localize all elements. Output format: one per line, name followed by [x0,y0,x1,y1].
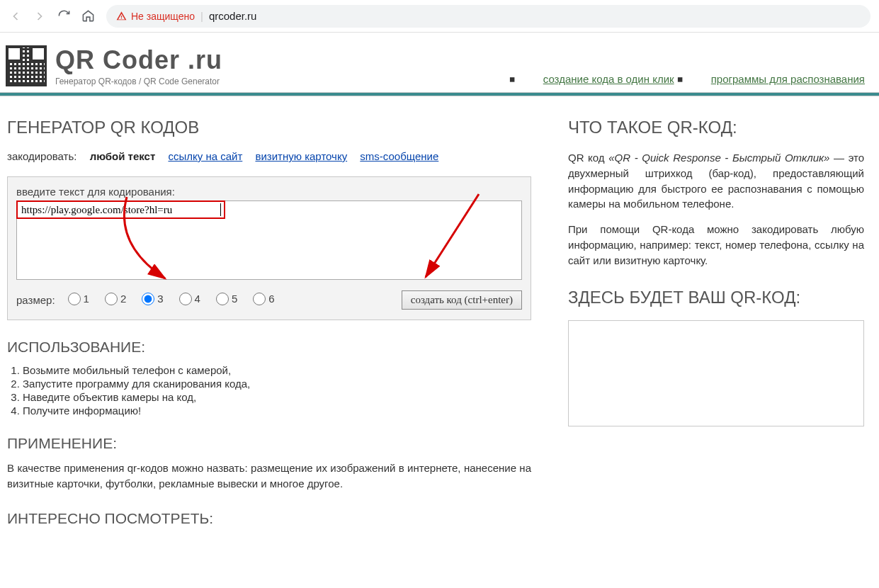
main-heading: ГЕНЕРАТОР QR КОДОВ [7,118,531,137]
browser-toolbar: Не защищено | qrcoder.ru [0,0,879,33]
encode-tabs: закодировать: любой текст ссылку на сайт… [7,150,531,162]
size-radio-3[interactable]: 3 [142,293,163,305]
text-input[interactable] [16,200,522,280]
size-radio-4[interactable]: 4 [179,293,200,305]
url-separator: | [200,10,203,22]
qr-result-placeholder [568,320,864,426]
site-subtitle: Генератор QR-кодов / QR Code Generator [55,77,222,86]
url-domain: qrcoder.ru [209,10,257,22]
side-what-heading: ЧТО ТАКОЕ QR-КОД: [568,118,864,137]
side-result-heading: ЗДЕСЬ БУДЕТ ВАШ QR-КОД: [568,288,864,307]
size-label: размер: [16,294,55,306]
size-radio-2[interactable]: 2 [105,293,126,305]
interesting-heading: ИНТЕРЕСНО ПОСМОТРЕТЬ: [7,510,531,527]
site-title: QR Coder .ru [55,45,222,75]
size-radio-5[interactable]: 5 [216,293,237,305]
url-bar[interactable]: Не защищено | qrcoder.ru [106,5,871,28]
tab-sms[interactable]: sms-сообщение [360,150,438,162]
usage-step: Наведите объектив камеры на код, [23,391,531,403]
tab-vcard[interactable]: визитную карточку [255,150,347,162]
usage-heading: ИСПОЛЬЗОВАНИЕ: [7,339,531,356]
home-icon[interactable] [81,9,95,23]
size-radio-6[interactable]: 6 [253,293,274,305]
usage-step: Возьмите мобильный телефон с камерой, [23,364,531,376]
square-bullet-icon: ◼ [677,75,683,83]
link-one-click[interactable]: создание кода в один клик [543,73,674,85]
size-radio-1[interactable]: 1 [68,293,89,305]
qr-logo-icon [6,45,47,86]
back-icon[interactable] [8,9,23,23]
application-text: В качестве применения qr-кодов можно наз… [7,460,531,492]
forward-icon[interactable] [33,9,47,23]
not-secure-warning: Не защищено [116,11,195,22]
side-what-p1: QR код «QR - Quick Response - Быстрый От… [568,150,864,212]
encode-label: закодировать: [7,150,76,162]
usage-list: Возьмите мобильный телефон с камерой, За… [7,364,531,417]
form-box: введите текст для кодирования: размер: 1… [7,176,531,320]
usage-step: Получите информацию! [23,405,531,417]
input-label: введите текст для кодирования: [16,186,522,198]
usage-step: Запустите программу для сканирования код… [23,378,531,390]
not-secure-label: Не защищено [131,11,195,22]
reload-icon[interactable] [57,9,71,23]
square-bullet-icon: ◼ [509,75,515,83]
create-button[interactable]: создать код (ctrl+enter) [402,290,522,310]
warning-triangle-icon [116,11,127,21]
header-links: ◼создание кода в один клик ◼программы дл… [509,73,865,85]
link-programs[interactable]: программы для распознавания [711,73,865,85]
tab-link[interactable]: ссылку на сайт [168,150,242,162]
text-caret [220,203,221,216]
browser-nav [8,9,95,23]
site-header: QR Coder .ru Генератор QR-кодов / QR Cod… [0,33,879,92]
tab-any-text[interactable]: любой текст [90,150,156,162]
application-heading: ПРИМЕНЕНИЕ: [7,435,531,452]
side-what-p2: При помощи QR-кода можно закодировать лю… [568,222,864,268]
